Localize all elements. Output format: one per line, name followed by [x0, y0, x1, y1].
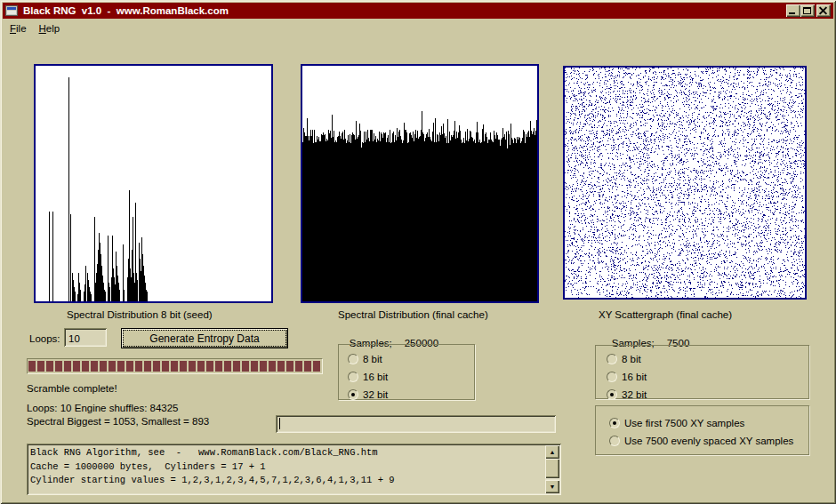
radio-selected-icon[interactable]: [348, 389, 358, 400]
xy-scattergraph-canvas: [565, 68, 805, 298]
menu-item-help[interactable]: Help: [34, 21, 66, 36]
radio-label: Use first 7500 XY samples: [624, 418, 744, 428]
scatter-mode-group: Use first 7500 XY samplesUse 7500 evenly…: [595, 405, 809, 455]
spectral-final-chart: [301, 64, 539, 303]
progress-segment: [46, 361, 53, 372]
progress-segment: [135, 361, 142, 372]
progress-segment: [64, 361, 71, 372]
progress-segment: [37, 361, 44, 372]
spectral-seed-canvas: [36, 66, 271, 301]
progress-segment: [251, 361, 258, 372]
radio-option-16-bit[interactable]: 16 bit: [607, 368, 808, 386]
progress-segment: [144, 361, 151, 372]
progress-segment: [304, 361, 311, 372]
progress-segment: [55, 361, 62, 372]
status-scramble: Scramble complete!: [27, 383, 117, 394]
progress-segment: [242, 361, 249, 372]
progress-segment: [180, 361, 187, 372]
maximize-button[interactable]: [800, 4, 815, 17]
radio-label: 32 bit: [363, 389, 388, 400]
radio-option-16-bit[interactable]: 16 bit: [348, 368, 474, 386]
radio-label: 8 bit: [622, 354, 641, 364]
status-loops-shuffles: Loops: 10 Engine shuffles: 84325: [27, 403, 179, 413]
progress-segment: [73, 361, 80, 372]
progress-segment: [277, 361, 285, 372]
menubar: File Help: [3, 20, 833, 37]
scroll-up-button[interactable]: ▲: [545, 445, 559, 459]
progress-segment: [233, 361, 240, 372]
progress-segment: [224, 361, 231, 372]
loops-label: Loops:: [29, 333, 60, 344]
minimize-button[interactable]: [786, 4, 800, 17]
generate-entropy-button[interactable]: Generate Entropy Data: [121, 328, 288, 348]
radio-icon[interactable]: [348, 372, 358, 382]
radio-icon[interactable]: [607, 372, 617, 382]
log-line: Cache = 1000000 bytes, Cylinders = 17 + …: [30, 460, 543, 475]
progress-segment: [171, 361, 178, 372]
progress-segment: [162, 361, 169, 372]
titlebar[interactable]: Black RNG v1.0 - www.RomanBlack.com: [3, 3, 833, 19]
minimize-icon: [789, 12, 795, 14]
xy-scattergraph-caption: XY Scattergraph (final cache): [599, 309, 732, 320]
progress-segment: [117, 361, 125, 372]
radio-selected-icon[interactable]: [609, 418, 620, 428]
generate-entropy-label: Generate Entropy Data: [149, 332, 259, 345]
scroll-thumb[interactable]: [545, 459, 559, 478]
radio-option-8-bit[interactable]: 8 bit: [348, 350, 474, 368]
status-spectral-range: Spectral Biggest = 1053, Smallest = 893: [27, 416, 209, 427]
app-window: Black RNG v1.0 - www.RomanBlack.com File…: [0, 0, 836, 504]
log-box[interactable]: Black RNG Algorithm, see - www.RomanBlac…: [27, 444, 561, 495]
spectral-final-canvas: [302, 66, 537, 301]
app-icon-stripe: [7, 7, 16, 10]
progress-segment: [260, 361, 267, 372]
log-scrollbar[interactable]: ▲ ▼: [545, 445, 559, 493]
progress-segment: [91, 361, 98, 372]
close-button[interactable]: [816, 4, 831, 17]
radio-icon[interactable]: [348, 354, 358, 364]
window-title: Black RNG v1.0 - www.RomanBlack.com: [23, 5, 229, 16]
close-icon: [819, 6, 827, 14]
radio-option-use-7500-evenly-spaced-xy-samples[interactable]: Use 7500 evenly spaced XY samples: [609, 432, 808, 450]
radio-option-8-bit[interactable]: 8 bit: [607, 350, 808, 368]
loops-input[interactable]: [64, 328, 107, 347]
scatter-bits-group: 8 bit16 bit32 bit: [595, 345, 809, 399]
log-text: Black RNG Algorithm, see - www.RomanBlac…: [30, 446, 543, 493]
scroll-down-button[interactable]: ▼: [545, 480, 559, 493]
progress-segment: [295, 361, 302, 372]
app-icon[interactable]: [5, 5, 18, 16]
radio-label: 8 bit: [363, 354, 382, 364]
text-caret: [279, 418, 280, 429]
menu-item-file[interactable]: File: [4, 21, 32, 36]
progress-bar: [27, 358, 323, 374]
radio-label: 32 bit: [622, 389, 647, 400]
xy-scattergraph-chart: [563, 66, 807, 300]
final-bits-group: 8 bit16 bit32 bit: [338, 344, 475, 400]
radio-selected-icon[interactable]: [607, 389, 617, 400]
progress-segment: [269, 361, 276, 372]
radio-label: 16 bit: [363, 372, 388, 382]
progress-segment: [215, 361, 222, 372]
progress-segment: [206, 361, 213, 372]
progress-segment: [126, 361, 133, 372]
progress-segment: [82, 361, 89, 372]
progress-segment: [189, 361, 196, 372]
radio-icon[interactable]: [609, 436, 620, 446]
progress-segment: [153, 361, 160, 372]
radio-option-32-bit[interactable]: 32 bit: [607, 386, 808, 404]
spectral-final-caption: Spectral Distribution (final cache): [338, 309, 488, 320]
radio-option-32-bit[interactable]: 32 bit: [348, 386, 474, 404]
radio-icon[interactable]: [607, 354, 617, 364]
window-controls: [786, 4, 831, 17]
progress-segment: [28, 361, 36, 372]
progress-segment: [286, 361, 293, 372]
radio-option-use-first-7500-xy-samples[interactable]: Use first 7500 XY samples: [609, 414, 808, 432]
radio-label: 16 bit: [622, 372, 647, 382]
spectral-seed-caption: Spectral Distribution 8 bit (seed): [67, 309, 213, 320]
maximize-icon: [803, 7, 811, 14]
progress-segment: [313, 361, 320, 372]
progress-segment: [109, 361, 116, 372]
progress-segment: [197, 361, 205, 372]
spectral-seed-chart: [34, 64, 273, 303]
log-line: Cylinder starting values = 1,2,3,1,2,3,4…: [30, 474, 543, 488]
entry-field[interactable]: [276, 415, 556, 433]
